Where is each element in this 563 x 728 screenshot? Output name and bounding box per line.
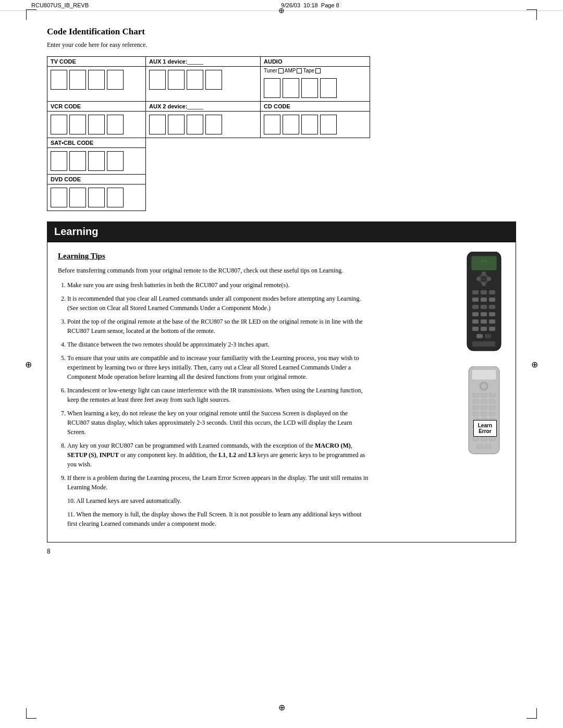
aux1-label: AUX 1 device:_____ <box>146 57 260 67</box>
dvd-code-boxes <box>47 184 145 211</box>
svg-rect-44 <box>481 412 487 416</box>
svg-rect-42 <box>489 406 495 410</box>
amp-checkbox <box>297 68 302 73</box>
header-left: RCU807US_IB_REVB <box>31 2 89 8</box>
remote-images: RCA <box>462 252 506 458</box>
code-box <box>301 78 318 98</box>
tuner-checkbox <box>278 68 284 73</box>
svg-rect-41 <box>481 406 487 410</box>
code-box <box>51 115 67 134</box>
svg-rect-27 <box>476 334 483 338</box>
tip-4: The distance between the two remotes sho… <box>67 340 371 349</box>
code-box <box>51 188 67 207</box>
svg-point-8 <box>487 277 491 281</box>
center-crosshair-top: ⊕ <box>278 6 285 15</box>
tips-list: Make sure you are using fresh batteries … <box>58 280 371 528</box>
svg-rect-21 <box>472 319 479 324</box>
svg-rect-17 <box>489 305 495 309</box>
learn-error-label-2: Error <box>478 428 492 434</box>
crop-mark-bl <box>26 708 36 719</box>
svg-rect-29 <box>472 341 495 347</box>
code-box <box>283 115 299 134</box>
code-box <box>107 115 124 134</box>
header-center: 9/26/03 10:18 Page 8 <box>281 2 339 8</box>
svg-rect-18 <box>472 312 479 316</box>
svg-rect-12 <box>472 298 479 302</box>
svg-rect-43 <box>473 412 479 416</box>
code-box <box>69 151 86 171</box>
cd-code-cell: CD CODE <box>261 102 370 138</box>
svg-rect-59 <box>485 445 491 448</box>
svg-rect-36 <box>489 393 495 397</box>
tip-9: If there is a problem during the Learnin… <box>67 473 371 492</box>
code-box <box>51 151 67 171</box>
audio-checkboxes: Tuner AMP Tape <box>261 67 370 75</box>
page-number: 8 <box>47 548 516 555</box>
svg-rect-28 <box>485 334 491 338</box>
crosshair-left: ⊕ <box>25 359 32 369</box>
svg-rect-15 <box>472 305 479 309</box>
aux2-boxes <box>146 112 260 138</box>
code-box <box>69 115 86 134</box>
tuner-label: Tuner <box>264 68 277 73</box>
svg-point-4 <box>481 276 487 282</box>
svg-rect-37 <box>473 400 479 403</box>
chart-title: Code Identification Chart <box>47 27 516 37</box>
svg-rect-57 <box>489 437 495 441</box>
svg-rect-55 <box>473 437 479 441</box>
svg-rect-45 <box>489 412 495 416</box>
aux1-cell: AUX 1 device:_____ <box>146 56 261 102</box>
code-box <box>187 115 203 134</box>
code-box <box>149 115 166 134</box>
svg-point-6 <box>482 282 486 286</box>
learning-tips-title: Learning Tips <box>58 252 505 261</box>
svg-rect-10 <box>481 290 487 294</box>
tv-code-label: TV CODE <box>47 57 145 67</box>
crosshair-right: ⊕ <box>531 359 538 369</box>
audio-label: AUDIO <box>261 57 370 67</box>
tip-7: When learning a key, do not release the … <box>67 409 371 437</box>
tv-code-boxes <box>47 67 145 93</box>
svg-rect-9 <box>472 290 479 294</box>
svg-rect-14 <box>489 298 495 302</box>
svg-rect-26 <box>489 327 495 331</box>
code-box <box>283 78 299 98</box>
amp-label: AMP <box>285 68 296 73</box>
cd-code-boxes <box>261 112 370 138</box>
svg-rect-20 <box>489 312 495 316</box>
vcr-code-boxes <box>47 112 145 138</box>
code-box <box>88 151 105 171</box>
tip-3: Point the top of the original remote at … <box>67 317 371 336</box>
code-box <box>88 188 105 207</box>
crop-mark-tl <box>26 9 36 20</box>
page-content: Code Identification Chart Enter your cod… <box>0 11 563 571</box>
code-box <box>320 78 337 98</box>
audio-cell: AUDIO Tuner AMP Tape <box>261 56 370 102</box>
dvd-code-label: DVD CODE <box>47 175 145 184</box>
code-box <box>51 70 67 90</box>
crop-mark-br <box>527 708 537 719</box>
sat-cbl-boxes <box>47 148 145 174</box>
code-box <box>205 115 222 134</box>
code-box <box>69 70 86 90</box>
svg-point-33 <box>481 384 486 389</box>
code-box <box>187 70 203 90</box>
audio-boxes <box>261 75 370 101</box>
svg-rect-23 <box>489 319 495 324</box>
svg-rect-1 <box>471 256 497 270</box>
code-chart-grid: TV CODE AUX 1 device:_____ <box>47 56 516 211</box>
vcr-code-label: VCR CODE <box>47 102 145 112</box>
code-box <box>264 115 280 134</box>
svg-rect-13 <box>481 298 487 302</box>
svg-rect-16 <box>481 305 487 309</box>
tip-11: 11. When the memory is full, the display… <box>58 510 371 528</box>
code-box <box>149 70 166 90</box>
aux2-label: AUX 2 device:_____ <box>146 102 260 112</box>
learning-box: RCA <box>47 242 516 542</box>
tv-code-cell: TV CODE <box>47 56 146 102</box>
tip-6: Incandescent or low-energy light can cau… <box>67 386 371 404</box>
aux2-cell: AUX 2 device:_____ <box>146 102 261 138</box>
svg-rect-56 <box>481 437 487 441</box>
intro-text: Before transferring commands from your o… <box>58 266 365 275</box>
learning-section-title: Learning <box>47 221 516 242</box>
